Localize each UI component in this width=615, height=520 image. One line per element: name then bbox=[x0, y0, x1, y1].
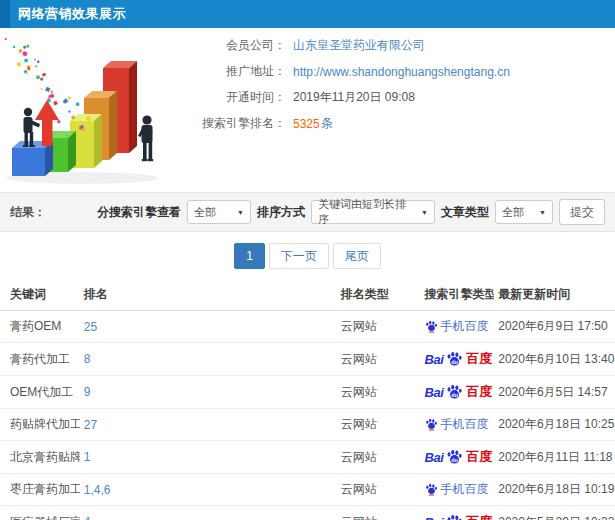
engine-type-cell: 手机百度 bbox=[421, 474, 495, 506]
info-label: 会员公司： bbox=[186, 37, 286, 54]
col-rank-type: 排名类型 bbox=[337, 280, 421, 311]
baidu-logo-text-cn: 百度 bbox=[466, 513, 492, 520]
info-value-link[interactable]: http://www.shandonghuangshengtang.cn bbox=[293, 65, 510, 79]
info-value-link[interactable]: 山东皇圣堂药业有限公司 bbox=[293, 37, 425, 54]
col-engine-type: 搜索引擎类型 bbox=[421, 280, 495, 311]
filter-controls: 分搜索引擎查看 全部 ▼ 排序方式 关键词由短到长排序 ▼ 文章类型 全部 ▼ … bbox=[97, 199, 605, 225]
rank-type-cell: 云网站 bbox=[337, 343, 421, 376]
summary-section: 会员公司：山东皇圣堂药业有限公司推广地址：http://www.shandong… bbox=[0, 28, 615, 192]
rank-link[interactable]: 9 bbox=[84, 385, 91, 399]
rank-link[interactable]: 8 bbox=[84, 352, 91, 366]
col-rank: 排名 bbox=[80, 280, 337, 311]
update-time-cell: 2020年6月5日 14:57 bbox=[494, 376, 615, 409]
bar-chart-illustration bbox=[0, 28, 186, 188]
table-row: OEM代加工9云网站Baidu百度2020年6月5日 14:57 bbox=[0, 376, 615, 409]
baidu-logo[interactable]: Baidu百度 bbox=[425, 448, 491, 466]
sort-filter-label: 排序方式 bbox=[257, 204, 305, 221]
info-row: 推广地址：http://www.shandonghuangshengtang.c… bbox=[186, 63, 615, 80]
article-type-select[interactable]: 全部 ▼ bbox=[495, 200, 553, 224]
baidu-logo-text-bai: Bai bbox=[425, 450, 444, 465]
info-row: 搜索引擎排名：5325条 bbox=[186, 115, 615, 132]
rank-link[interactable]: 1 bbox=[84, 450, 91, 464]
baidu-logo-text-bai: Bai bbox=[425, 385, 444, 400]
table-row: 药贴牌代加工27云网站手机百度2020年6月18日 10:25 bbox=[0, 409, 615, 441]
keyword-cell: 膏药OEM bbox=[0, 311, 80, 343]
page-1-button[interactable]: 1 bbox=[234, 243, 265, 269]
engine-type-cell: Baidu百度 bbox=[421, 343, 495, 376]
result-label: 结果： bbox=[10, 204, 46, 221]
pagination: 1 下一页 尾页 bbox=[0, 232, 615, 280]
keyword-cell: 药贴牌代加工 bbox=[0, 409, 80, 441]
mobile-baidu-logo[interactable]: 手机百度 bbox=[425, 481, 491, 498]
mobile-baidu-logo[interactable]: 手机百度 bbox=[425, 416, 491, 433]
baidu-paw-icon: du bbox=[446, 351, 463, 367]
keyword-cell: 北京膏药贴牌 bbox=[0, 441, 80, 474]
baidu-paw-icon bbox=[425, 320, 438, 332]
rank-type-cell: 云网站 bbox=[337, 441, 421, 474]
sort-filter-select[interactable]: 关键词由短到长排序 ▼ bbox=[311, 200, 435, 224]
update-time-cell: 2020年6月9日 17:50 bbox=[494, 311, 615, 343]
app-header: 网络营销效果展示 bbox=[0, 0, 615, 28]
rank-link[interactable]: 1,4,6 bbox=[84, 483, 111, 497]
table-row: 膏药OEM25云网站手机百度2020年6月9日 17:50 bbox=[0, 311, 615, 343]
baidu-paw-icon: du bbox=[446, 384, 463, 400]
filter-bar: 结果： 分搜索引擎查看 全部 ▼ 排序方式 关键词由短到长排序 ▼ 文章类型 全… bbox=[0, 192, 615, 232]
mobile-baidu-logo[interactable]: 手机百度 bbox=[425, 318, 491, 335]
rank-cell: 4 bbox=[80, 506, 337, 520]
rank-cell: 27 bbox=[80, 409, 337, 441]
header-accent-stripe bbox=[0, 0, 10, 28]
engine-type-cell: 手机百度 bbox=[421, 311, 495, 343]
businessman-right bbox=[138, 115, 153, 161]
engine-type-cell: Baidu百度 bbox=[421, 441, 495, 474]
table-row: 医疗器械厂家4云网站Baidu百度2020年5月29日 10:32 bbox=[0, 506, 615, 520]
engine-rank-count: 5325 bbox=[293, 117, 320, 131]
rank-link[interactable]: 25 bbox=[84, 320, 97, 334]
keyword-cell: 膏药代加工 bbox=[0, 343, 80, 376]
page-title: 网络营销效果展示 bbox=[18, 5, 126, 23]
rank-link[interactable]: 4 bbox=[84, 515, 91, 520]
engine-filter-label: 分搜索引擎查看 bbox=[97, 204, 181, 221]
baidu-paw-icon: du bbox=[446, 449, 463, 465]
baidu-logo-text-cn: 百度 bbox=[466, 350, 492, 368]
table-row: 膏药代加工8云网站Baidu百度2020年6月10日 13:40 bbox=[0, 343, 615, 376]
baidu-logo[interactable]: Baidu百度 bbox=[425, 513, 491, 520]
rank-cell: 9 bbox=[80, 376, 337, 409]
results-table-body: 膏药OEM25云网站手机百度2020年6月9日 17:50膏药代加工8云网站Ba… bbox=[0, 311, 615, 520]
engine-filter-select[interactable]: 全部 ▼ bbox=[187, 200, 251, 224]
keyword-cell: OEM代加工 bbox=[0, 376, 80, 409]
company-info: 会员公司：山东皇圣堂药业有限公司推广地址：http://www.shandong… bbox=[186, 28, 615, 192]
rank-cell: 1 bbox=[80, 441, 337, 474]
article-type-label: 文章类型 bbox=[441, 204, 489, 221]
engine-type-cell: Baidu百度 bbox=[421, 376, 495, 409]
info-row: 开通时间：2019年11月20日 09:08 bbox=[186, 89, 615, 106]
rank-type-cell: 云网站 bbox=[337, 409, 421, 441]
submit-button[interactable]: 提交 bbox=[559, 199, 605, 225]
last-page-button[interactable]: 尾页 bbox=[333, 243, 381, 269]
rank-cell: 1,4,6 bbox=[80, 474, 337, 506]
next-page-button[interactable]: 下一页 bbox=[269, 243, 329, 269]
mobile-baidu-label: 手机百度 bbox=[441, 416, 489, 433]
update-time-cell: 2020年6月18日 10:19 bbox=[494, 474, 615, 506]
sort-filter-value: 关键词由短到长排序 bbox=[318, 197, 415, 227]
chevron-down-icon: ▼ bbox=[539, 209, 546, 216]
svg-text:du: du bbox=[451, 456, 458, 462]
results-table-header-row: 关键词排名排名类型搜索引擎类型最新更新时间 bbox=[0, 280, 615, 311]
rank-type-cell: 云网站 bbox=[337, 311, 421, 343]
table-row: 枣庄膏药加工1,4,6云网站手机百度2020年6月18日 10:19 bbox=[0, 474, 615, 506]
col-keyword: 关键词 bbox=[0, 280, 80, 311]
baidu-logo[interactable]: Baidu百度 bbox=[425, 350, 491, 368]
baidu-logo-text-cn: 百度 bbox=[466, 383, 492, 401]
update-time-cell: 2020年6月11日 11:18 bbox=[494, 441, 615, 474]
chevron-down-icon: ▼ bbox=[237, 209, 244, 216]
baidu-logo[interactable]: Baidu百度 bbox=[425, 383, 491, 401]
baidu-paw-icon: du bbox=[446, 514, 463, 520]
keyword-cell: 医疗器械厂家 bbox=[0, 506, 80, 520]
info-label: 推广地址： bbox=[186, 63, 286, 80]
mobile-baidu-label: 手机百度 bbox=[441, 318, 489, 335]
rank-cell: 25 bbox=[80, 311, 337, 343]
article-type-value: 全部 bbox=[502, 205, 524, 220]
rank-cell: 8 bbox=[80, 343, 337, 376]
info-label: 开通时间： bbox=[186, 89, 286, 106]
info-label: 搜索引擎排名： bbox=[186, 115, 286, 132]
rank-link[interactable]: 27 bbox=[84, 418, 97, 432]
